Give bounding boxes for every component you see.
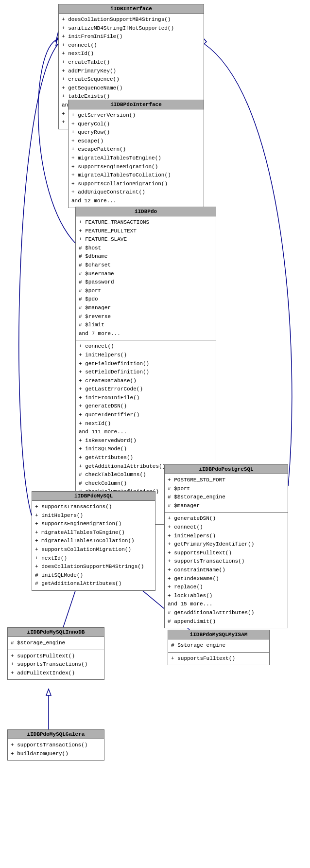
header-iIDBPdoMySQLMyISAM: iIDBPdoMySQLMyISAM [168,630,269,639]
fields-iIDBPdoMySQLMyISAM: # $storage_engine [168,639,269,653]
box-iIDBPdoPostgreSQL: iIDBPdoPostgreSQL + POSTGRE_STD_PORT # $… [164,464,288,628]
methods-iIDBPdoMySQLMyISAM: + supportsFulltext() [168,653,269,665]
methods-iIDBPdoInterface: + getServerVersion() + queryCol() + quer… [69,109,204,208]
methods-iIDBPdoMySQLGalera: + supportsTransactions() + buildAtomQuer… [8,739,104,760]
diagram-container: iIDBInterface + doesCollationSupportMB4S… [0,0,310,868]
title-iIDBPdoPostgreSQL: iIDBPdoPostgreSQL [199,466,253,472]
title-iIDBPdoMySQLGalera: iIDBPdoMySQLGalera [27,731,85,737]
box-iIDBPdoMySQLGalera: iIDBPdoMySQLGalera + supportsTransaction… [7,729,104,761]
methods-iIDBPdoPostgreSQL: + generateDSN() + connect() + initHelper… [165,513,288,628]
fields-iIDBPdoPostgreSQL: + POSTGRE_STD_PORT # $port # $$storage_e… [165,474,288,513]
header-iIDBPdoMySQLGalera: iIDBPdoMySQLGalera [8,730,104,739]
methods-iIDBPdoMySQLInnoDB: + supportsFulltext() + supportsTransacti… [8,650,104,680]
title-iIDBPdoInterface: iIDBPdoInterface [110,102,162,107]
header-iIDBPdoPostgreSQL: iIDBPdoPostgreSQL [165,465,288,474]
title-iIDBPdo: iIDBPdo [135,209,157,214]
svg-marker-16 [46,689,51,695]
methods-iIDBPdoMySQL: + supportsTransactions() + initHelpers()… [32,501,155,590]
fields-iIDBPdo: + FEATURE_TRANSACTIONS + FEATURE_FULLTEX… [76,216,216,340]
title-iIDBPdoMySQL: iIDBPdoMySQL [74,493,113,499]
title-iIDBInterface: iIDBInterface [110,6,152,12]
header-iIDBPdoMySQLInnoDB: iIDBPdoMySQLInnoDB [8,628,104,637]
header-iIDBPdoInterface: iIDBPdoInterface [69,100,204,109]
header-iIDBPdoMySQL: iIDBPdoMySQL [32,492,155,501]
title-iIDBPdoMySQLMyISAM: iIDBPdoMySQLMyISAM [190,632,248,638]
header-iIDBPdo: iIDBPdo [76,207,216,216]
box-iIDBPdoMySQL: iIDBPdoMySQL + supportsTransactions() + … [32,491,155,591]
header-iIDBInterface: iIDBInterface [59,4,204,14]
box-iIDBPdoInterface: iIDBPdoInterface + getServerVersion() + … [68,100,204,208]
title-iIDBPdoMySQLInnoDB: iIDBPdoMySQLInnoDB [27,629,85,635]
box-iIDBPdoMySQLMyISAM: iIDBPdoMySQLMyISAM # $storage_engine + s… [168,630,270,665]
box-iIDBPdoMySQLInnoDB: iIDBPdoMySQLInnoDB # $storage_engine + s… [7,627,104,680]
fields-iIDBPdoMySQLInnoDB: # $storage_engine [8,637,104,650]
